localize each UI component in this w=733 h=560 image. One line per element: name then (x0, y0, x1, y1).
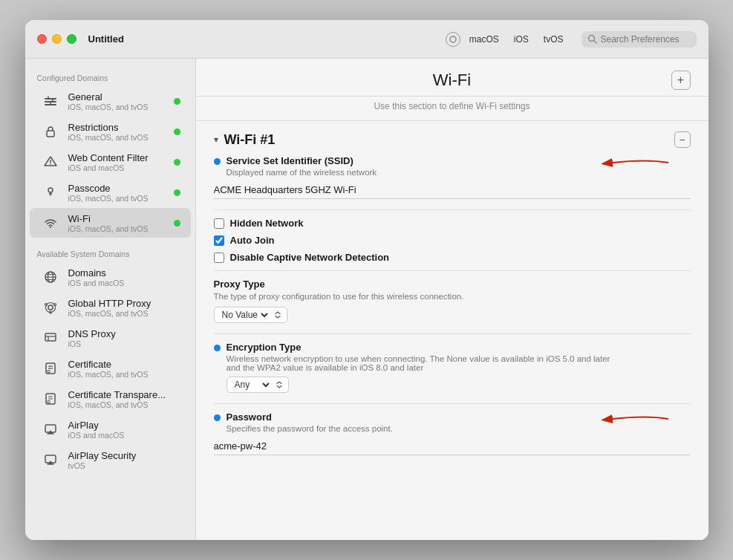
collapse-icon[interactable]: ▾ (214, 134, 218, 145)
proxy-type-select[interactable]: No Value Manual Auto (219, 309, 270, 321)
sidebar-item-airplay-security[interactable]: AirPlay Security tvOS (30, 445, 191, 475)
content-subtitle: Use this section to define Wi-Fi setting… (196, 97, 708, 121)
airplay-icon (40, 419, 61, 440)
encryption-desc: Wireless network encryption to use when … (227, 354, 613, 372)
auto-join-row: Auto Join (214, 235, 691, 246)
web-content-filter-sub: iOS and macOS (68, 163, 174, 172)
content-area: Wi-Fi + Use this section to define Wi-Fi… (196, 59, 708, 540)
password-field-header: Password (214, 411, 691, 423)
domains-name: Domains (68, 267, 180, 279)
restrictions-name: Restrictions (68, 122, 174, 133)
sidebar-item-passcode[interactable]: Passcode iOS, macOS, and tvOS (30, 178, 191, 207)
global-http-proxy-text: Global HTTP Proxy iOS, macOS, and tvOS (68, 298, 180, 318)
disable-captive-label[interactable]: Disable Captive Network Detection (230, 252, 390, 263)
maximize-button[interactable] (67, 34, 76, 44)
encryption-select-wrapper[interactable]: Any None WEP WPA WPA2 (227, 377, 289, 393)
divider-4 (214, 403, 691, 404)
airplay-name: AirPlay (68, 420, 180, 431)
dns-proxy-sub: iOS (68, 339, 180, 348)
svg-rect-35 (48, 401, 50, 403)
airplay-security-icon (40, 449, 61, 470)
search-icon (587, 34, 597, 44)
minimize-button[interactable] (52, 34, 62, 44)
svg-point-13 (48, 188, 53, 192)
certificate-transparency-text: Certificate Transpare... iOS, macOS, and… (68, 389, 180, 409)
wifi-dot (174, 220, 180, 227)
auto-join-checkbox[interactable] (214, 235, 224, 246)
hidden-network-label[interactable]: Hidden Network (230, 218, 304, 229)
passcode-icon (40, 182, 61, 203)
wifi-icon (40, 212, 61, 233)
global-http-proxy-name: Global HTTP Proxy (68, 298, 180, 309)
sidebar-item-wifi[interactable]: Wi-Fi iOS, macOS, and tvOS (30, 208, 191, 238)
password-label: Password (227, 411, 272, 423)
airplay-security-text: AirPlay Security tvOS (68, 450, 180, 470)
configured-domains-label: Configured Domains (25, 68, 195, 85)
general-sub: iOS, macOS, and tvOS (68, 102, 174, 111)
dns-proxy-icon (40, 328, 61, 348)
ssid-required-dot (214, 158, 221, 165)
section-header: ▾ Wi-Fi #1 − (214, 121, 691, 155)
dns-proxy-name: DNS Proxy (68, 328, 180, 339)
certificate-name: Certificate (68, 359, 180, 370)
sidebar-item-global-http-proxy[interactable]: Global HTTP Proxy iOS, macOS, and tvOS (30, 293, 191, 322)
encryption-select[interactable]: Any None WEP WPA WPA2 (232, 379, 272, 391)
add-payload-button[interactable]: + (671, 71, 691, 90)
certificate-icon (40, 358, 61, 379)
divider-3 (214, 333, 691, 334)
certificate-transparency-sub: iOS, macOS, and tvOS (68, 400, 180, 409)
sidebar-item-domains[interactable]: Domains iOS and macOS (30, 262, 191, 292)
svg-point-20 (48, 305, 53, 310)
svg-point-22 (45, 304, 47, 306)
wifi-section: ▾ Wi-Fi #1 − Service Set Identifier (SSI… (196, 121, 708, 478)
content-header: Wi-Fi + (196, 59, 708, 97)
certificate-sub: iOS, macOS, and tvOS (68, 370, 180, 379)
close-button[interactable] (37, 34, 47, 44)
ssid-annotation-arrow (602, 152, 676, 174)
ssid-field-header: Service Set Identifier (SSID) (214, 155, 691, 166)
sidebar-item-restrictions[interactable]: Restrictions iOS, macOS, and tvOS (30, 117, 191, 146)
passcode-text: Passcode iOS, macOS, and tvOS (68, 183, 174, 203)
passcode-sub: iOS, macOS, and tvOS (68, 194, 174, 203)
sidebar-item-airplay[interactable]: AirPlay iOS and macOS (30, 414, 191, 444)
password-annotation-arrow (602, 408, 676, 430)
sidebar-item-certificate[interactable]: Certificate iOS, macOS, and tvOS (30, 354, 191, 383)
proxy-type-select-wrapper[interactable]: No Value Manual Auto (214, 307, 287, 323)
restrictions-text: Restrictions iOS, macOS, and tvOS (68, 122, 174, 142)
nav-circle[interactable] (446, 32, 460, 47)
disable-captive-checkbox[interactable] (214, 253, 224, 263)
general-dot (174, 98, 180, 105)
tab-macos[interactable]: macOS (463, 32, 505, 47)
sidebar-item-web-content-filter[interactable]: Web Content Filter iOS and macOS (30, 147, 191, 177)
restrictions-icon (40, 121, 61, 142)
password-input[interactable] (214, 437, 691, 455)
passcode-dot (174, 189, 180, 196)
web-content-filter-dot (174, 159, 180, 166)
domains-sub: iOS and macOS (68, 279, 180, 287)
ssid-input[interactable] (214, 181, 691, 199)
passcode-name: Passcode (68, 183, 174, 194)
search-box[interactable] (581, 31, 697, 48)
general-name: General (68, 91, 174, 102)
restrictions-dot (174, 128, 180, 135)
svg-rect-9 (47, 131, 54, 137)
sidebar-item-certificate-transparency[interactable]: Certificate Transpare... iOS, macOS, and… (30, 384, 191, 414)
domains-text: Domains iOS and macOS (68, 267, 180, 287)
hidden-network-row: Hidden Network (214, 218, 691, 229)
web-content-filter-text: Web Content Filter iOS and macOS (68, 152, 174, 172)
hidden-network-checkbox[interactable] (214, 218, 224, 229)
wifi-sub: iOS, macOS, and tvOS (68, 224, 174, 233)
sidebar-item-dns-proxy[interactable]: DNS Proxy iOS (30, 323, 191, 353)
auto-join-label[interactable]: Auto Join (230, 235, 275, 246)
sidebar-item-general[interactable]: General iOS, macOS, and tvOS (30, 86, 191, 116)
encryption-field-header: Encryption Type (214, 342, 691, 353)
tab-tvos[interactable]: tvOS (538, 32, 570, 47)
global-http-proxy-sub: iOS, macOS, and tvOS (68, 309, 180, 318)
svg-point-14 (50, 227, 51, 228)
search-input[interactable] (601, 34, 690, 45)
airplay-sub: iOS and macOS (68, 431, 180, 440)
tab-ios[interactable]: iOS (508, 32, 535, 47)
svg-point-0 (450, 36, 456, 42)
remove-section-button[interactable]: − (674, 131, 691, 148)
svg-point-23 (53, 304, 56, 306)
